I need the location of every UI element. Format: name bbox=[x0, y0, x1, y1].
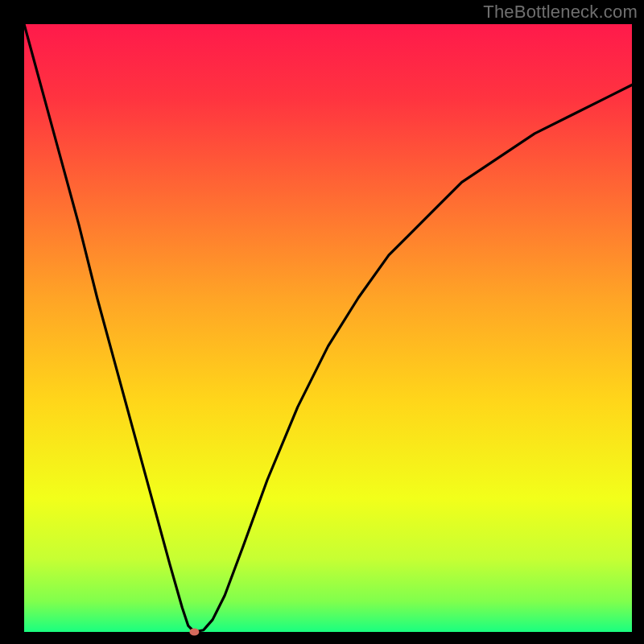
minimum-marker bbox=[189, 629, 199, 636]
plot-background bbox=[24, 24, 632, 632]
watermark-text: TheBottleneck.com bbox=[483, 2, 638, 23]
bottleneck-chart bbox=[0, 0, 644, 644]
chart-frame: TheBottleneck.com bbox=[0, 0, 644, 644]
